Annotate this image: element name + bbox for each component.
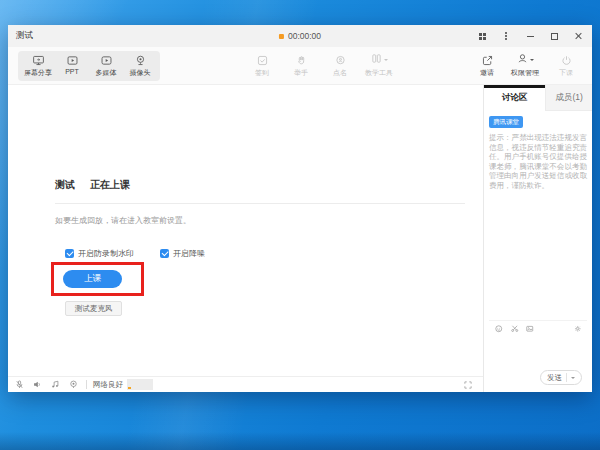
- send-image-button[interactable]: [525, 324, 535, 334]
- class-timer: 00:00:00: [279, 31, 321, 41]
- gear-icon: [573, 324, 583, 334]
- chevron-down-icon[interactable]: [571, 377, 575, 381]
- network-status-text: 网络良好: [93, 380, 123, 390]
- camera-icon: [134, 54, 147, 67]
- roll-call-icon: [334, 54, 347, 67]
- room-title: 测试: [55, 178, 75, 192]
- send-button-divider: [566, 373, 567, 382]
- send-button-label: 发送: [547, 373, 562, 383]
- vertical-dots-icon: [505, 32, 507, 40]
- layout-grid-button[interactable]: [476, 30, 488, 42]
- titlebar: 测试 00:00:00: [8, 25, 592, 47]
- sidebar-tabs: 讨论区 成员(1): [484, 85, 592, 111]
- background-music-button[interactable]: [50, 379, 61, 390]
- microphone-muted-button[interactable]: [14, 379, 25, 390]
- minimize-button[interactable]: [524, 30, 536, 42]
- app-window: 测试 00:00:00 屏幕分享: [8, 25, 592, 392]
- close-icon: [574, 32, 582, 40]
- maximize-button[interactable]: [548, 30, 560, 42]
- permission-user-icon: [516, 51, 529, 69]
- window-title: 测试: [16, 30, 33, 42]
- brand-badge: 腾讯课堂: [489, 116, 523, 128]
- invite-button[interactable]: 邀请: [471, 54, 503, 78]
- send-button[interactable]: 发送: [540, 370, 582, 385]
- noise-reduction-checkbox[interactable]: 开启降噪: [160, 248, 205, 259]
- permission-manage-button[interactable]: 权限管理: [509, 54, 541, 78]
- playback-hint-text: 如要生成回放，请在进入教室前设置。: [55, 215, 191, 226]
- screenshot-button[interactable]: [510, 324, 520, 334]
- multimedia-button[interactable]: 多媒体: [90, 54, 122, 78]
- more-menu-button[interactable]: [500, 30, 512, 42]
- network-signal-meter: [127, 379, 153, 390]
- window-controls: [476, 30, 584, 42]
- fullscreen-icon: [463, 380, 473, 390]
- screen-share-icon: [32, 54, 45, 67]
- media-icon: [100, 54, 113, 67]
- image-icon: [525, 324, 535, 334]
- statusbar-separator: [86, 380, 87, 389]
- emoji-button[interactable]: [494, 324, 504, 334]
- fullscreen-button[interactable]: [463, 380, 473, 390]
- chat-input[interactable]: [489, 336, 587, 370]
- recording-dot-icon: [279, 34, 284, 39]
- send-row: 发送: [489, 370, 587, 392]
- desktop-background: 测试 00:00:00 屏幕分享: [0, 0, 600, 450]
- chat-toolbar: [489, 320, 587, 336]
- roll-call-button[interactable]: 点名: [324, 54, 356, 78]
- manage-tools-group: 邀请 权限管理: [471, 54, 541, 78]
- start-class-button[interactable]: 上课: [63, 270, 122, 288]
- chevron-down-icon: [384, 59, 388, 63]
- tab-members[interactable]: 成员(1): [545, 85, 592, 111]
- close-button[interactable]: [572, 30, 584, 42]
- check-in-button[interactable]: 签到: [246, 54, 278, 78]
- discussion-content: 腾讯课堂 提示：严禁出现违法违规发言信息，视违反情节轻重追究责任。用户手机账号仅…: [484, 111, 592, 392]
- speaker-icon: [32, 379, 43, 390]
- screen-share-button[interactable]: 屏幕分享: [22, 54, 54, 78]
- share-tools-group: 屏幕分享 PPT 多媒体: [18, 51, 160, 81]
- test-microphone-button[interactable]: 测试麦克风: [65, 301, 122, 316]
- grid-icon: [479, 33, 486, 40]
- chat-message-area: [489, 190, 587, 320]
- chevron-down-icon: [530, 59, 534, 63]
- checkbox-checked-icon: [65, 249, 74, 258]
- webcam-icon: [68, 379, 79, 390]
- music-note-icon: [50, 379, 61, 390]
- system-notice-text: 提示：严禁出现违法违规发言信息，视违反情节轻重追究责任。用户手机账号仅提供给授课…: [489, 133, 587, 190]
- class-tools-group: 签到 举手 点名: [246, 54, 395, 78]
- camera-button[interactable]: 摄像头: [124, 54, 156, 78]
- teaching-tools-button[interactable]: 教学工具: [363, 54, 395, 78]
- end-class-button[interactable]: 下课: [550, 54, 582, 78]
- teaching-tools-icon: [370, 51, 383, 69]
- ppt-button[interactable]: PPT: [56, 54, 88, 75]
- microphone-muted-icon: [14, 379, 25, 390]
- raise-hand-button[interactable]: 举手: [285, 54, 317, 78]
- room-status: 正在上课: [90, 178, 130, 192]
- scissors-icon: [510, 324, 520, 334]
- checkbox-checked-icon: [160, 249, 169, 258]
- device-statusbar: 网络良好: [8, 376, 483, 392]
- window-body: 测试 正在上课 如要生成回放，请在进入教室前设置。 开启防录制水印 开启降噪: [8, 85, 592, 392]
- minimize-icon: [527, 36, 534, 37]
- timer-value: 00:00:00: [288, 31, 321, 41]
- end-class-wrap: 下课: [550, 54, 582, 78]
- classroom-main-area: 测试 正在上课 如要生成回放，请在进入教室前设置。 开启防录制水印 开启降噪: [8, 85, 483, 392]
- ppt-icon: [66, 54, 79, 67]
- checkbox-row: 开启防录制水印 开启降噪: [65, 248, 205, 259]
- speaker-button[interactable]: [32, 379, 43, 390]
- raise-hand-icon: [295, 54, 308, 67]
- chat-sidebar: 讨论区 成员(1) 腾讯课堂 提示：严禁出现违法违规发言信息，视违反情节轻重追究…: [483, 85, 592, 392]
- watermark-checkbox[interactable]: 开启防录制水印: [65, 248, 134, 259]
- end-class-icon: [560, 54, 573, 67]
- smiley-icon: [494, 324, 504, 334]
- title-divider: [55, 203, 465, 204]
- check-in-icon: [256, 54, 269, 67]
- class-title-row: 测试 正在上课: [55, 178, 130, 192]
- maximize-icon: [551, 33, 558, 40]
- invite-icon: [481, 54, 494, 67]
- webcam-status-button[interactable]: [68, 379, 79, 390]
- tab-discussion[interactable]: 讨论区: [484, 85, 545, 111]
- main-toolbar: 屏幕分享 PPT 多媒体: [8, 47, 592, 85]
- chat-settings-button[interactable]: [573, 324, 583, 334]
